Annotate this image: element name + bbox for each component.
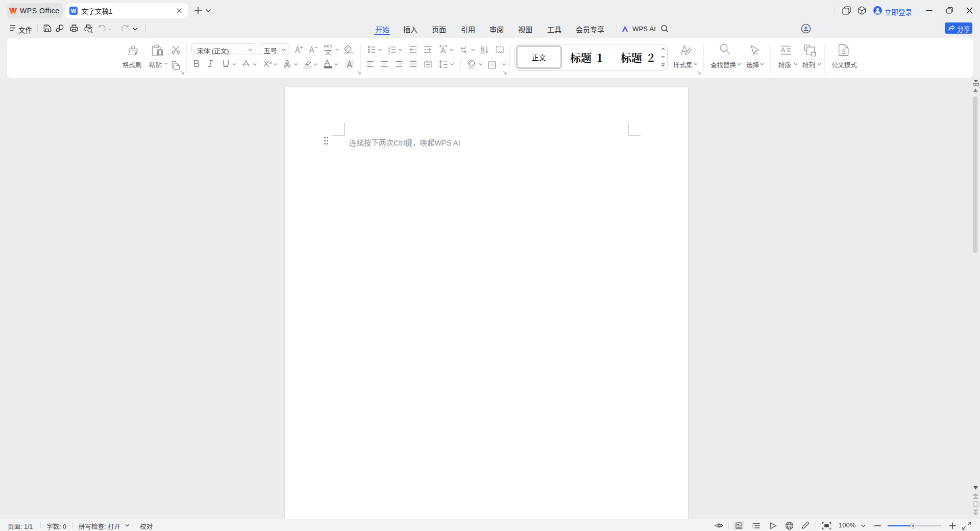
svg-text:3: 3	[388, 51, 390, 54]
svg-text:W: W	[71, 8, 77, 14]
svg-text:2: 2	[269, 60, 272, 65]
